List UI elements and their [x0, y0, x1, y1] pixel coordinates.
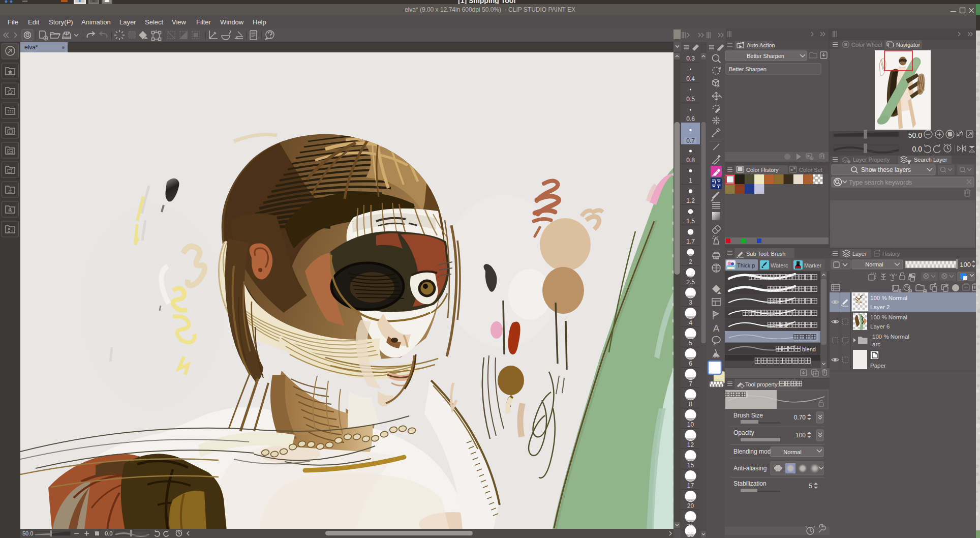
svg-text:Layer Property: Layer Property [853, 157, 890, 163]
svg-text:Marker: Marker [804, 262, 822, 268]
svg-text:Color Set: Color Set [799, 167, 822, 173]
svg-text:A: A [713, 323, 720, 334]
svg-text:0.5: 0.5 [686, 96, 695, 103]
svg-text:1.2: 1.2 [686, 197, 695, 204]
svg-text:7: 7 [689, 380, 692, 387]
svg-text:Anti-aliasing: Anti-aliasing [733, 465, 767, 472]
svg-text:100 % Normal: 100 % Normal [870, 314, 907, 320]
svg-text:100 % Normal: 100 % Normal [872, 334, 909, 340]
svg-text:Tool property:: Tool property: [745, 381, 779, 387]
svg-text:Show these layers: Show these layers [861, 166, 911, 173]
svg-text:1: 1 [689, 177, 692, 184]
svg-text:Color Wheel: Color Wheel [851, 42, 882, 48]
svg-text:Stabilization: Stabilization [733, 480, 767, 487]
svg-text:Blending mode: Blending mode [733, 448, 774, 455]
svg-text:5: 5 [809, 483, 812, 490]
svg-text:Auto Action: Auto Action [747, 42, 775, 48]
svg-text:Thick p: Thick p [737, 262, 755, 268]
svg-text:100 % Normal: 100 % Normal [870, 295, 907, 301]
svg-text:Layer 6: Layer 6 [870, 323, 890, 330]
svg-text:Waterc: Waterc [771, 262, 788, 268]
svg-text:0.70: 0.70 [794, 414, 806, 421]
svg-text:Normal: Normal [783, 449, 801, 455]
svg-text:6: 6 [689, 360, 692, 367]
svg-text:Search Layer: Search Layer [914, 157, 947, 163]
svg-text:17: 17 [687, 482, 694, 489]
svg-text:Better Sharpen: Better Sharpen [729, 66, 767, 72]
svg-text:Type search keywords: Type search keywords [849, 179, 912, 186]
svg-text:50.0: 50.0 [908, 131, 922, 139]
svg-text:30: 30 [687, 531, 694, 538]
svg-text:History: History [882, 251, 900, 257]
svg-text:100: 100 [795, 432, 806, 439]
svg-text:Layer 2: Layer 2 [870, 304, 890, 310]
svg-text:Better Sharpen: Better Sharpen [747, 53, 784, 59]
svg-text:Color History: Color History [746, 167, 779, 173]
svg-text:Paper: Paper [870, 363, 886, 369]
svg-text:Sub Tool: Brush: Sub Tool: Brush [746, 251, 785, 257]
svg-text:0.3: 0.3 [686, 55, 695, 62]
svg-text:Brush Size: Brush Size [733, 412, 763, 419]
svg-text:1.5: 1.5 [686, 218, 695, 225]
svg-text:Layer: Layer [852, 251, 867, 257]
svg-text:3: 3 [689, 299, 692, 306]
svg-text:0.8: 0.8 [686, 157, 695, 164]
svg-text:blend: blend [802, 346, 816, 352]
svg-text:[1] Snipping Tool: [1] Snipping Tool [458, 0, 515, 4]
svg-text:10: 10 [687, 421, 694, 428]
svg-text:4: 4 [689, 319, 692, 326]
svg-text:5: 5 [689, 340, 692, 347]
svg-text:50.0: 50.0 [22, 530, 33, 536]
svg-text:0.7: 0.7 [686, 137, 695, 144]
svg-text:12: 12 [687, 441, 694, 449]
svg-text:15: 15 [687, 462, 694, 469]
svg-text:2.5: 2.5 [686, 279, 695, 286]
svg-text:0.0: 0.0 [105, 530, 112, 536]
svg-text:2: 2 [689, 258, 692, 265]
svg-text:8: 8 [689, 401, 692, 408]
svg-text:0.0: 0.0 [912, 145, 923, 153]
svg-text:Opacity: Opacity [733, 429, 754, 436]
svg-text:1.7: 1.7 [686, 238, 695, 245]
svg-text:0.4: 0.4 [686, 75, 695, 82]
svg-text:Navigator: Navigator [896, 42, 920, 48]
svg-text:arc: arc [872, 341, 880, 347]
svg-text:20: 20 [687, 502, 694, 510]
svg-text:0.6: 0.6 [686, 115, 695, 123]
svg-text:100: 100 [960, 261, 971, 268]
svg-text:Normal: Normal [865, 261, 883, 267]
